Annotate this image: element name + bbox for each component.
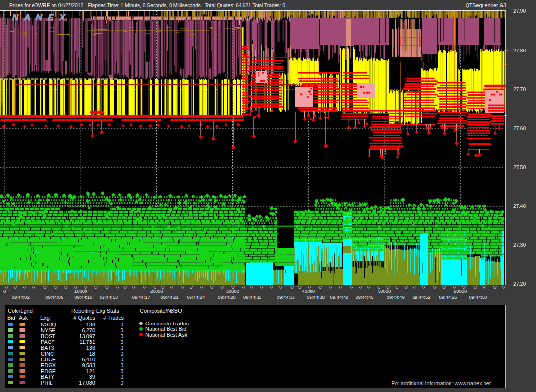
svg-text:27.30: 27.30 xyxy=(513,242,526,248)
svg-text:0: 0 xyxy=(121,374,123,380)
svg-text:121: 121 xyxy=(86,368,95,374)
svg-text:20000: 20000 xyxy=(150,289,163,294)
svg-text:QTSequencer G3: QTSequencer G3 xyxy=(465,2,506,8)
svg-text:0: 0 xyxy=(121,351,123,357)
svg-text:09:44:31: 09:44:31 xyxy=(243,294,261,300)
svg-text:Prices for eDWRE on 04/27/2: Prices for eDWRE on 04/27/2012 - Elapsed… xyxy=(9,3,285,8)
svg-text:50000: 50000 xyxy=(378,289,391,294)
svg-text:09:44:49: 09:44:49 xyxy=(387,294,405,300)
svg-text:6,410: 6,410 xyxy=(82,357,95,362)
svg-text:18: 18 xyxy=(89,351,95,357)
svg-text:09:44:45: 09:44:45 xyxy=(356,294,374,300)
svg-text:40000: 40000 xyxy=(302,289,315,294)
svg-text:39: 39 xyxy=(89,374,95,380)
svg-text:0: 0 xyxy=(121,357,123,362)
svg-text:09:44:35: 09:44:35 xyxy=(277,294,295,300)
svg-text:0: 0 xyxy=(121,362,123,368)
svg-text:27.90: 27.90 xyxy=(513,8,526,14)
svg-text:For additional information: ww: For additional information: www.nanex.ne… xyxy=(391,380,491,386)
svg-text:EDGX: EDGX xyxy=(41,362,56,368)
svg-text:BATY: BATY xyxy=(41,374,55,380)
svg-text:11,731: 11,731 xyxy=(79,339,95,345)
svg-text:9,583: 9,583 xyxy=(82,362,95,368)
svg-text:09:44:17: 09:44:17 xyxy=(132,294,150,300)
svg-text:NYSE: NYSE xyxy=(41,327,55,333)
svg-text:PACF: PACF xyxy=(41,339,55,345)
svg-text:0: 0 xyxy=(121,345,123,351)
svg-text:136: 136 xyxy=(86,322,95,327)
svg-text:09:44:13: 09:44:13 xyxy=(100,294,118,300)
svg-text:ColorLgnd: ColorLgnd xyxy=(8,308,33,314)
svg-text:60000: 60000 xyxy=(454,289,467,294)
svg-text:27.50: 27.50 xyxy=(513,164,526,170)
svg-text:27.80: 27.80 xyxy=(513,48,526,53)
svg-text:BATS: BATS xyxy=(41,345,54,351)
svg-text:27.70: 27.70 xyxy=(513,86,526,92)
svg-text:# Trades: # Trades xyxy=(103,315,124,321)
svg-text:CBOE: CBOE xyxy=(41,357,56,362)
svg-text:09:44:28: 09:44:28 xyxy=(218,294,236,300)
svg-text:National Best Ask: National Best Ask xyxy=(145,332,188,338)
svg-text:NANEX: NANEX xyxy=(12,13,71,22)
svg-text:0: 0 xyxy=(121,333,123,339)
svg-text:13,097: 13,097 xyxy=(79,333,95,339)
svg-text:09:44:38: 09:44:38 xyxy=(307,294,325,300)
svg-text:0: 0 xyxy=(3,289,6,294)
svg-text:0: 0 xyxy=(121,339,123,345)
svg-text:Exg: Exg xyxy=(40,315,50,321)
svg-text:6,270: 6,270 xyxy=(82,327,95,333)
svg-text:CINC: CINC xyxy=(41,351,54,357)
svg-text:09:44:55: 09:44:55 xyxy=(439,294,457,300)
svg-text:Reporting Exg Stats: Reporting Exg Stats xyxy=(71,308,119,314)
svg-text:09:44:42: 09:44:42 xyxy=(330,294,348,300)
svg-text:17,080: 17,080 xyxy=(79,380,95,386)
svg-text:0: 0 xyxy=(121,380,123,386)
svg-text:136: 136 xyxy=(86,345,95,351)
svg-text:Bid: Bid xyxy=(7,315,15,321)
svg-text:# Quotes: # Quotes xyxy=(73,315,95,321)
svg-text:EDGE: EDGE xyxy=(41,368,56,374)
svg-text:09:44:58: 09:44:58 xyxy=(469,294,487,300)
svg-text:National Best Bid: National Best Bid xyxy=(145,326,186,332)
svg-text:BOST: BOST xyxy=(41,333,55,339)
svg-text:09:44:10: 09:44:10 xyxy=(74,294,92,300)
svg-text:0: 0 xyxy=(121,368,123,374)
svg-text:30000: 30000 xyxy=(226,289,239,294)
svg-text:27.40: 27.40 xyxy=(513,203,526,209)
svg-text:09:44:02: 09:44:02 xyxy=(12,294,30,300)
svg-text:27.20: 27.20 xyxy=(513,281,526,287)
svg-text:NSDQ: NSDQ xyxy=(41,322,56,327)
svg-text:0: 0 xyxy=(121,322,123,327)
svg-text:09:44:21: 09:44:21 xyxy=(161,294,179,300)
svg-text:09:44:52: 09:44:52 xyxy=(413,294,431,300)
svg-text:Ask: Ask xyxy=(19,315,28,321)
svg-text:09:44:24: 09:44:24 xyxy=(187,294,205,300)
svg-text:0: 0 xyxy=(121,327,123,333)
svg-text:Composite Trades: Composite Trades xyxy=(145,321,189,326)
svg-text:27.60: 27.60 xyxy=(513,125,526,131)
svg-text:10000: 10000 xyxy=(74,289,87,294)
svg-text:Composite/NBBO: Composite/NBBO xyxy=(140,308,182,314)
svg-text:09:44:06: 09:44:06 xyxy=(45,294,63,300)
svg-text:PHIL: PHIL xyxy=(41,380,52,386)
